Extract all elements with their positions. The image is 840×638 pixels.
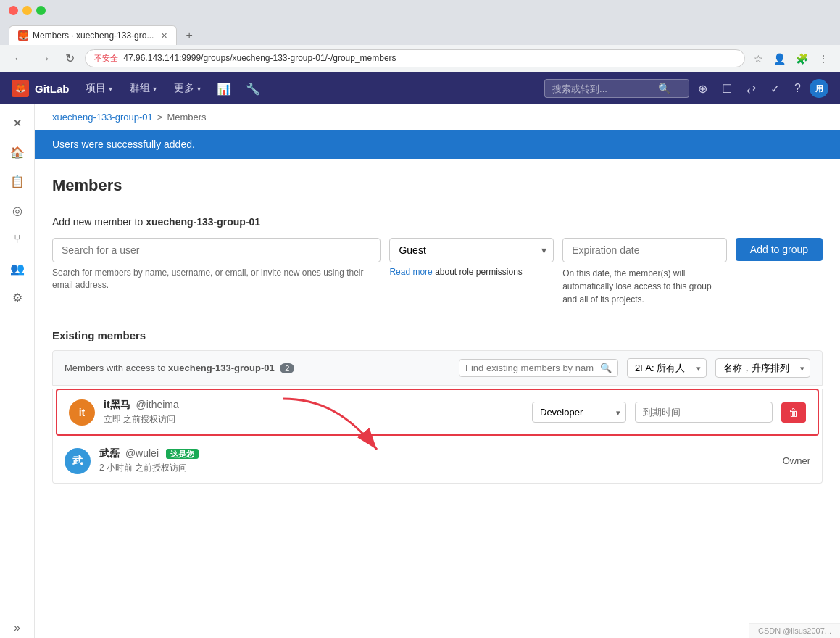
forward-button[interactable]: → (35, 51, 55, 67)
window-controls (9, 6, 46, 15)
maximize-button[interactable] (36, 6, 46, 15)
search-icon: 🔍 (658, 83, 670, 94)
member-avatar: it (69, 399, 95, 426)
address-icons: ☆ 👤 🧩 ⋮ (751, 51, 831, 66)
main-content: xuecheng-133-group-01 > Members Users we… (35, 104, 840, 638)
nav-issues-icon[interactable]: ☐ (716, 72, 738, 104)
add-member-section: Add new member to xuecheng-133-group-01 … (52, 216, 823, 306)
role-select[interactable]: Guest Reporter Developer Maintainer Owne… (389, 238, 554, 262)
member-role-select[interactable]: Guest Reporter Developer Maintainer Owne… (532, 402, 626, 423)
footer-text: CSDN @lisus2007... (758, 626, 831, 635)
member-expiry-input[interactable] (635, 402, 773, 423)
page-body: Members Add new member to xuecheng-133-g… (35, 159, 840, 501)
nav-projects-label: 项目 (86, 82, 106, 95)
active-tab[interactable]: 🦊 Members · xuecheng-133-gro... ✕ (9, 25, 177, 45)
profile-icon[interactable]: 👤 (770, 51, 789, 66)
sidebar-item-settings[interactable]: ⚙ (4, 284, 30, 310)
sort-select[interactable]: 名称，升序排列 名称，降序排列 最近加入 最早加入 (715, 358, 810, 378)
address-bar: ← → ↻ 不安全 47.96.143.141:9999/groups/xuec… (0, 45, 840, 72)
sidebar-item-issues[interactable]: ◎ (4, 197, 30, 223)
member-name: it黑马 @itheima (104, 399, 523, 412)
nav-create-icon[interactable]: ⊕ (692, 72, 713, 104)
back-button[interactable]: ← (9, 51, 29, 67)
member-name: 武磊 @wulei 这是您 (99, 447, 774, 460)
expiration-date-input[interactable] (562, 238, 727, 262)
sidebar-item-merge[interactable]: ⑂ (4, 226, 30, 252)
member-search-input[interactable] (465, 362, 596, 373)
add-member-form: Search for members by name, username, or… (52, 238, 823, 306)
nav-more[interactable]: 更多 ▾ (167, 72, 208, 104)
you-badge: 这是您 (166, 449, 199, 459)
role-hint: Read more about role permissions (389, 267, 554, 277)
nav-todos-icon[interactable]: ✓ (765, 72, 786, 104)
user-avatar[interactable]: 用 (810, 79, 828, 98)
remove-member-button[interactable]: 🗑 (781, 402, 806, 423)
member-time: 立即 之前授权访问 (104, 413, 523, 426)
sidebar: ✕ 🏠 📋 ◎ ⑂ 👥 ⚙ » (0, 104, 35, 638)
section-group-name: xuecheng-133-group-01 (146, 216, 260, 228)
issues-icon: ◎ (12, 204, 22, 218)
role-read-more-link[interactable]: Read more (389, 267, 432, 277)
nav-projects[interactable]: 项目 ▾ (78, 72, 120, 104)
browser-chrome: 🦊 Members · xuecheng-133-gro... ✕ + ← → … (0, 0, 840, 72)
sort-select-wrap: 名称，升序排列 名称，降序排列 最近加入 最早加入 (715, 358, 810, 378)
tab-close-icon[interactable]: ✕ (161, 31, 167, 41)
search-hint: Search for members by name, username, or… (52, 267, 381, 291)
nav-more-label: 更多 (174, 82, 194, 95)
sidebar-item-members[interactable]: 👥 (4, 255, 30, 281)
settings-icon: ⚙ (12, 291, 22, 304)
nav-help-icon[interactable]: ? (789, 72, 807, 104)
address-input[interactable]: 不安全 47.96.143.141:9999/groups/xuecheng-1… (85, 49, 745, 67)
member-info: it黑马 @itheima 立即 之前授权访问 (104, 399, 523, 426)
member-avatar: 武 (65, 448, 91, 474)
reload-button[interactable]: ↻ (61, 50, 79, 67)
global-search[interactable]: 🔍 (544, 79, 689, 98)
nav-chart-icon[interactable]: 📊 (211, 72, 237, 104)
date-section: On this date, the member(s) will automat… (562, 238, 727, 306)
global-search-input[interactable] (552, 83, 654, 94)
search-user-input[interactable] (52, 238, 381, 262)
success-message: Users were successfully added. (52, 138, 195, 150)
nav-mr-icon[interactable]: ⇄ (741, 72, 762, 104)
existing-members-section: Existing members Members with access to … (52, 329, 823, 484)
menu-icon[interactable]: ⋮ (815, 51, 831, 66)
minimize-button[interactable] (22, 6, 32, 15)
groups-chevron-icon: ▾ (153, 85, 157, 93)
activity-icon: 📋 (10, 175, 25, 188)
member-info: 武磊 @wulei 这是您 2 小时前 之前授权访问 (99, 447, 774, 474)
app-layout: ✕ 🏠 📋 ◎ ⑂ 👥 ⚙ » xuecheng-133-group-01 > … (0, 104, 840, 638)
existing-members-title: Existing members (52, 329, 823, 341)
sidebar-item-x[interactable]: ✕ (4, 110, 30, 136)
gitlab-navbar: 🦊 GitLab 项目 ▾ 群组 ▾ 更多 ▾ 📊 🔧 🔍 ⊕ ☐ ⇄ ✓ ? … (0, 72, 840, 104)
twofa-select-wrap: 2FA: 所有人 已启用 已禁用 (627, 358, 707, 378)
member-search-wrap[interactable]: 🔍 (459, 359, 618, 377)
projects-chevron-icon: ▾ (109, 85, 112, 93)
filter-group-name: xuecheng-133-group-01 (168, 362, 275, 373)
titlebar (0, 0, 840, 21)
success-banner: Users were successfully added. (35, 130, 840, 159)
member-role-wrap: Guest Reporter Developer Maintainer Owne… (532, 402, 626, 423)
breadcrumb-current: Members (167, 112, 206, 123)
role-hint-suffix: about role permissions (435, 267, 523, 277)
extension-icon[interactable]: 🧩 (793, 51, 811, 66)
merge-icon: ⑂ (14, 233, 21, 246)
new-tab-button[interactable]: + (180, 26, 198, 45)
member-username: @itheima (136, 399, 178, 410)
sidebar-collapse-button[interactable]: » (4, 615, 30, 638)
sidebar-item-home[interactable]: 🏠 (4, 139, 30, 165)
nav-groups[interactable]: 群组 ▾ (122, 72, 164, 104)
member-row: it it黑马 @itheima 立即 之前授权访问 Guest Repor (56, 389, 819, 436)
breadcrumb-group-link[interactable]: xuecheng-133-group-01 (52, 112, 153, 123)
gitlab-logo[interactable]: 🦊 GitLab (12, 80, 70, 97)
member-role-label: Owner (783, 455, 810, 466)
member-row: 武 武磊 @wulei 这是您 2 小时前 之前授权访问 Owner (53, 439, 822, 483)
add-to-group-button[interactable]: Add to group (736, 238, 823, 261)
sidebar-item-activity[interactable]: 📋 (4, 168, 30, 194)
section-title: Add new member to xuecheng-133-group-01 (52, 216, 823, 228)
bookmark-icon[interactable]: ☆ (751, 51, 766, 66)
gitlab-fox-icon: 🦊 (12, 80, 29, 97)
nav-wrench-icon[interactable]: 🔧 (240, 72, 266, 104)
security-label: 不安全 (94, 54, 118, 62)
close-button[interactable] (9, 6, 18, 15)
twofa-select[interactable]: 2FA: 所有人 已启用 已禁用 (627, 358, 707, 378)
